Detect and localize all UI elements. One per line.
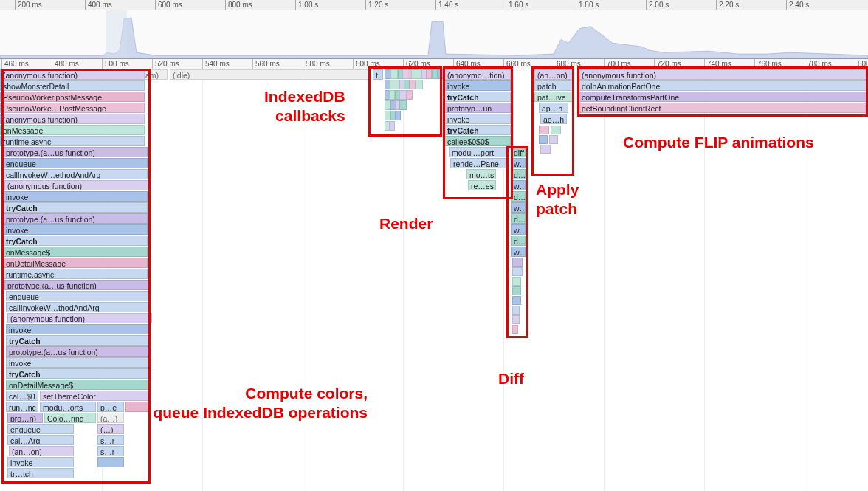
flame-frame[interactable]	[512, 325, 518, 334]
flame-frame[interactable]	[512, 267, 523, 276]
flame-frame[interactable]: (anonymo…tion)	[444, 69, 511, 80]
flame-frame[interactable]: tr…tch	[7, 468, 74, 478]
flame-frame[interactable]	[385, 100, 390, 110]
flame-frame[interactable]: tryCatch	[3, 236, 148, 246]
flame-frame[interactable]	[125, 402, 151, 412]
flame-frame[interactable]: enqueue	[3, 158, 148, 168]
flame-frame[interactable]: w…	[511, 158, 526, 168]
flame-frame[interactable]: w…	[511, 202, 526, 213]
flame-frame[interactable]: tryCatch	[6, 335, 151, 346]
flame-frame[interactable]	[549, 135, 558, 144]
time-ruler-detail[interactable]: 460 ms 480 ms 500 ms 520 ms 540 ms 560 m…	[0, 59, 868, 69]
flame-frame[interactable]: s…r	[97, 435, 124, 445]
flame-frame[interactable]: invoke	[7, 457, 74, 467]
flame-frame[interactable]	[416, 80, 423, 89]
flame-frame[interactable]: run…nc	[6, 402, 38, 412]
flame-frame[interactable]: tryCatch	[3, 202, 148, 213]
flame-frame[interactable]: computeTransformsPartOne	[579, 92, 867, 102]
flame-frame[interactable]: invoke	[6, 357, 151, 368]
flame-frame[interactable]	[411, 69, 421, 79]
flame-frame[interactable]: onMessage$	[3, 247, 148, 257]
flame-frame[interactable]: tryCatch	[444, 125, 511, 135]
flame-frame[interactable]: (anonymous function)	[0, 69, 145, 80]
flame-frame[interactable]	[539, 126, 549, 134]
flame-frame[interactable]	[512, 315, 520, 324]
flame-frame[interactable]: modu…orts	[40, 402, 96, 412]
flame-frame[interactable]: PseudoWorke…PostMessage	[0, 103, 145, 113]
flame-frame[interactable]	[390, 69, 398, 79]
flame-frame[interactable]: invoke	[444, 80, 511, 91]
flame-frame[interactable]	[389, 90, 395, 100]
flame-frame[interactable]: d…	[511, 236, 526, 246]
flame-frame[interactable]: w…	[511, 224, 526, 235]
flame-frame[interactable]: d…	[511, 191, 526, 202]
flame-frame[interactable]: runtime.async	[3, 269, 148, 279]
flame-frame[interactable]: callInvokeW…thodAndArg	[6, 302, 151, 312]
flame-frame[interactable]	[512, 296, 521, 305]
flame-frame[interactable]	[407, 90, 413, 100]
flame-frame[interactable]	[404, 80, 410, 89]
flame-frame[interactable]: showMonsterDetail	[0, 80, 145, 91]
flame-frame[interactable]	[539, 135, 548, 144]
flame-frame[interactable]: (…)	[97, 424, 124, 434]
flame-frame[interactable]: modul…port	[449, 147, 508, 157]
flame-frame[interactable]: runtime.async	[0, 136, 145, 146]
flame-frame[interactable]: re…es	[468, 180, 496, 190]
flame-frame[interactable]: prototype.(a…us function)	[3, 213, 148, 224]
flame-frame[interactable]	[399, 90, 407, 100]
flame-frame[interactable]: (a…)	[97, 413, 124, 423]
flame-frame[interactable]: (an…on)	[9, 446, 74, 456]
flame-frame[interactable]: prototyp…un	[444, 103, 511, 113]
flame-frame[interactable]: (anonymous function)	[7, 313, 152, 323]
flame-frame[interactable]	[512, 306, 520, 315]
flame-frame[interactable]: prototype.(a…us function)	[4, 280, 149, 290]
flame-frame[interactable]	[389, 121, 395, 131]
flame-frame[interactable]: pat…ive	[534, 92, 573, 102]
flame-frame[interactable]: callee$0$0$	[444, 136, 511, 146]
flame-frame-idle[interactable]: (idle)	[170, 69, 369, 80]
flame-frame[interactable]: callInvokeW…ethodAndArg	[3, 169, 148, 179]
flame-frame[interactable]	[389, 80, 399, 89]
flame-frame[interactable]	[385, 111, 390, 120]
flame-frame[interactable]: setThemeColor	[40, 391, 151, 401]
flame-frame[interactable]: s…r	[97, 446, 124, 456]
flame-frame[interactable]: ap…h	[539, 103, 568, 113]
flame-frame[interactable]: invoke	[6, 324, 151, 334]
flame-frame[interactable]: d…	[511, 169, 526, 179]
flame-frame[interactable]: ap…h	[540, 114, 567, 124]
flame-frame[interactable]	[512, 286, 521, 295]
flame-frame[interactable]: d…	[511, 213, 526, 224]
flame-frame[interactable]	[512, 277, 521, 286]
flame-frame[interactable]: onDetailMessage	[3, 258, 148, 268]
flame-frame[interactable]: w…	[511, 247, 526, 257]
cpu-overview-strip[interactable]	[0, 10, 868, 59]
flame-frame[interactable]: patch	[534, 80, 573, 91]
flame-frame[interactable]: PseudoWorker.postMessage	[0, 92, 145, 102]
flame-frame[interactable]: enqueue	[6, 291, 151, 301]
flame-frame[interactable]: prototype.(a…us function)	[3, 147, 148, 157]
flame-frame[interactable]: enqueue	[7, 424, 74, 434]
flame-frame[interactable]: p…e	[97, 402, 124, 412]
flame-frame[interactable]: cal…Arg	[7, 435, 74, 445]
flame-frame[interactable]	[512, 258, 523, 267]
flame-frame[interactable]: cal…$0	[6, 391, 38, 401]
flame-frame[interactable]: diff	[511, 147, 526, 157]
time-ruler-overview[interactable]: 200 ms 400 ms 600 ms 800 ms 1.00 s 1.20 …	[0, 0, 868, 10]
flame-frame[interactable]: getBoundingClientRect	[579, 103, 867, 113]
flame-frame[interactable]: mo…ts	[466, 169, 496, 179]
flame-frame[interactable]: onMessage	[0, 125, 145, 135]
flame-frame[interactable]: Colo…ring	[44, 413, 96, 423]
flame-frame[interactable]	[551, 126, 561, 134]
flame-frame[interactable]: w…	[511, 180, 526, 190]
flame-frame[interactable]: invoke	[3, 191, 148, 202]
flame-frame[interactable]	[395, 111, 401, 120]
flame-frame[interactable]: tryCatch	[6, 368, 151, 379]
flame-frame[interactable]	[97, 457, 124, 467]
flame-frame[interactable]: tryCatch	[444, 92, 511, 102]
flame-frame[interactable]: invoke	[3, 224, 148, 235]
flame-frame[interactable]: prototype.(a…us function)	[6, 346, 151, 357]
flame-frame[interactable]: (anonymous function)	[4, 180, 149, 190]
flame-frame[interactable]: rende…Pane	[450, 158, 509, 168]
flame-frame[interactable]	[410, 80, 416, 89]
flame-frame[interactable]: (anonymous function)	[579, 69, 867, 80]
